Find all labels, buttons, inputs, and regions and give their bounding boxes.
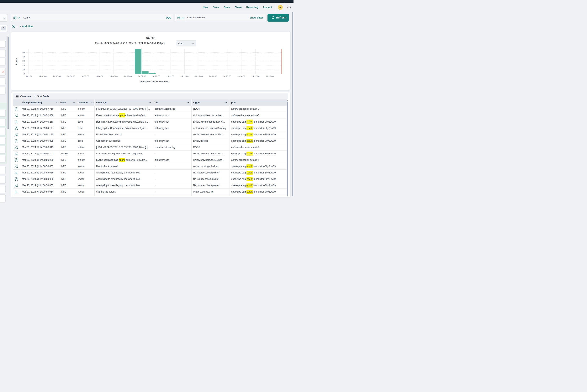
svg-text:0: 0 — [24, 73, 25, 75]
svg-text:14:06:00: 14:06:00 — [96, 75, 103, 78]
svg-text:50: 50 — [22, 51, 25, 54]
svg-text:14:10:00: 14:10:00 — [152, 75, 160, 78]
svg-text:Count: Count — [15, 58, 18, 65]
svg-text:14:12:00: 14:12:00 — [180, 75, 188, 78]
svg-text:14:01:00: 14:01:00 — [24, 75, 32, 78]
svg-text:14:03:00: 14:03:00 — [53, 75, 61, 78]
svg-text:14:11:00: 14:11:00 — [166, 75, 174, 78]
svg-text:10: 10 — [22, 68, 25, 71]
svg-text:14:02:00: 14:02:00 — [38, 75, 46, 78]
svg-text:14:09:00: 14:09:00 — [138, 75, 146, 78]
svg-text:40: 40 — [22, 56, 25, 58]
svg-text:14:04:00: 14:04:00 — [67, 75, 75, 78]
svg-text:14:16:00: 14:16:00 — [237, 75, 245, 78]
svg-text:14:18:00: 14:18:00 — [266, 75, 274, 78]
svg-text:14:14:00: 14:14:00 — [209, 75, 217, 78]
svg-text:14:08:00: 14:08:00 — [124, 75, 132, 78]
svg-text:14:07:00: 14:07:00 — [110, 75, 117, 78]
svg-text:20: 20 — [22, 64, 25, 66]
svg-text:14:05:00: 14:05:00 — [81, 75, 89, 78]
svg-text:14:13:00: 14:13:00 — [195, 75, 202, 78]
svg-text:14:15:00: 14:15:00 — [223, 75, 231, 78]
svg-text:14:17:00: 14:17:00 — [252, 75, 260, 78]
svg-text:timestamp per 30 seconds: timestamp per 30 seconds — [140, 80, 168, 83]
svg-text:30: 30 — [22, 60, 25, 62]
